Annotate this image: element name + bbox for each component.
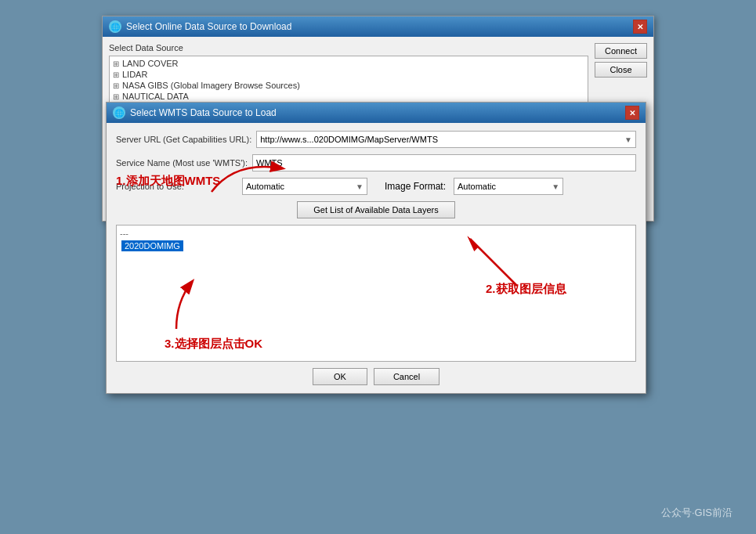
inner-dialog-icon: 🌐 bbox=[113, 106, 125, 119]
list-item[interactable]: ⊞ LAND COVER bbox=[111, 58, 586, 69]
outer-close-button[interactable]: ✕ bbox=[633, 20, 647, 34]
projection-label: Projection to Use: bbox=[116, 182, 237, 191]
image-format-dropdown-arrow-icon: ▼ bbox=[552, 182, 559, 191]
list-item[interactable]: ⊞ NAUTICAL DATA bbox=[111, 91, 586, 102]
service-name-row: Service Name (Most use 'WMTS'): bbox=[116, 154, 636, 171]
list-item[interactable]: ⊞ NASA GIBS (Global Imagery Browse Sourc… bbox=[111, 80, 586, 91]
inner-dialog-title: Select WMTS Data Source to Load bbox=[130, 107, 277, 118]
cancel-button[interactable]: Cancel bbox=[374, 368, 439, 385]
watermark: 公众号·GIS前沿 bbox=[661, 506, 732, 520]
inner-dialog: 🌐 Select WMTS Data Source to Load ✕ Serv… bbox=[106, 102, 646, 394]
outer-dialog-icon: 🌐 bbox=[109, 20, 121, 33]
projection-dropdown[interactable]: Automatic ▼ bbox=[242, 178, 367, 195]
close-button[interactable]: Close bbox=[595, 62, 647, 78]
service-name-label: Service Name (Most use 'WMTS'): bbox=[116, 158, 248, 168]
service-name-input[interactable] bbox=[252, 154, 636, 171]
image-format-label: Image Format: bbox=[385, 181, 446, 192]
expand-icon: ⊞ bbox=[113, 92, 119, 101]
projection-row: Projection to Use: Automatic ▼ Image For… bbox=[116, 178, 636, 195]
expand-icon: ⊞ bbox=[113, 81, 119, 90]
get-layers-button[interactable]: Get List of Available Data Layers bbox=[297, 201, 454, 218]
server-url-input[interactable]: http://www.s...020DOMIMG/MapServer/WMTS … bbox=[256, 131, 636, 148]
ok-button[interactable]: OK bbox=[313, 368, 367, 385]
server-url-label: Server URL (Get Capabilities URL): bbox=[116, 135, 251, 144]
connect-button[interactable]: Connect bbox=[595, 43, 647, 59]
layers-list[interactable]: --- 2020DOMIMG bbox=[116, 225, 636, 362]
inner-close-button[interactable]: ✕ bbox=[625, 106, 639, 120]
layer-selected-label: 2020DOMIMG bbox=[121, 240, 183, 251]
server-url-dropdown-arrow-icon: ▼ bbox=[624, 135, 632, 144]
outer-dialog-title: Select Online Data Source to Download bbox=[126, 21, 291, 32]
expand-icon: ⊞ bbox=[113, 70, 119, 79]
inner-content: Server URL (Get Capabilities URL): http:… bbox=[107, 123, 646, 393]
list-item[interactable]: ⊞ LIDAR bbox=[111, 69, 586, 80]
list-item[interactable]: 2020DOMIMG bbox=[120, 240, 632, 252]
projection-dropdown-arrow-icon: ▼ bbox=[356, 182, 364, 191]
inner-title-bar: 🌐 Select WMTS Data Source to Load ✕ bbox=[107, 103, 646, 123]
inner-dialog-buttons: OK Cancel bbox=[116, 368, 636, 385]
section-label: Select Data Source bbox=[109, 43, 588, 52]
outer-title-bar: 🌐 Select Online Data Source to Download … bbox=[103, 16, 653, 37]
expand-icon: ⊞ bbox=[113, 60, 119, 68]
server-url-row: Server URL (Get Capabilities URL): http:… bbox=[116, 131, 636, 148]
image-format-dropdown[interactable]: Automatic ▼ bbox=[454, 178, 563, 195]
